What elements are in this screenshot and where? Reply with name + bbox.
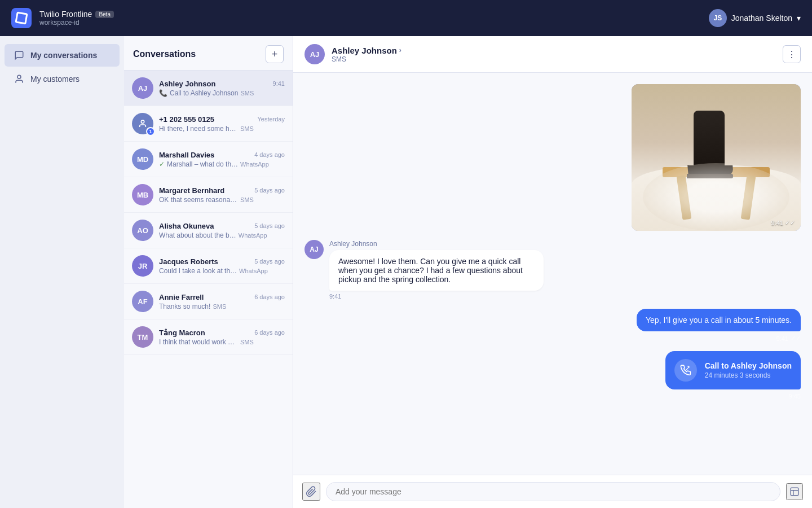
- attach-button[interactable]: [302, 483, 320, 501]
- message-bubble: Awesome! I love them. Can you give me a …: [329, 250, 544, 291]
- message-text: Awesome! I love them. Can you give me a …: [338, 257, 523, 284]
- conversation-item-annie-farrell[interactable]: AF Annie Farrell 6 days ago Thanks so mu…: [124, 284, 293, 319]
- contact-name: Ashley Johnson: [332, 46, 397, 55]
- chat-channel: SMS: [332, 55, 401, 63]
- message-time: 9:41: [329, 293, 544, 300]
- conv-info: Margaret Bernhard 5 days ago OK that see…: [159, 186, 285, 204]
- input-actions: [786, 483, 803, 500]
- sidebar-item-my-customers[interactable]: My customers: [5, 68, 120, 90]
- chat-header-info: Ashley Johnson › SMS: [332, 46, 401, 63]
- check-icon: ✓: [159, 160, 165, 168]
- conv-info: Alisha Okuneva 5 days ago What about abo…: [159, 222, 285, 239]
- avatar: MD: [132, 148, 153, 170]
- contact-name-link[interactable]: Ashley Johnson ›: [332, 46, 401, 55]
- message-outgoing-1: Yep, I'll give you a call in about 5 min…: [304, 309, 801, 342]
- brand-name: Twilio Frontline Beta: [39, 10, 114, 19]
- conversations-list: AJ Ashley Johnson 9:41 📞 Call to Ashley …: [124, 71, 293, 508]
- conversation-item-margaret-bernhard[interactable]: MB Margaret Bernhard 5 days ago OK that …: [124, 177, 293, 213]
- message-time-overlay: 9:41 ✓✓: [771, 219, 795, 226]
- call-info: Call to Ashley Johnson 24 minutes 3 seco…: [705, 361, 792, 379]
- conversations-header: Conversations +: [124, 36, 293, 71]
- chevron-down-icon: ▾: [797, 14, 801, 23]
- navbar: Twilio Frontline Beta workspace-id JS Jo…: [0, 0, 812, 36]
- phone-icon: 📞: [159, 89, 167, 97]
- workspace-label: workspace-id: [39, 19, 114, 27]
- avatar: MB: [132, 184, 153, 205]
- message-time: 9:45: [789, 393, 801, 400]
- beta-badge: Beta: [95, 11, 114, 18]
- template-button[interactable]: [786, 483, 803, 500]
- message-text: Yep, I'll give you a call in about 5 min…: [646, 316, 792, 325]
- msg-time-text: 9:41: [329, 293, 341, 300]
- conversations-panel: Conversations + AJ Ashley Johnson 9:41 📞…: [124, 36, 293, 508]
- conv-info: Annie Farrell 6 days ago Thanks so much!…: [159, 293, 285, 310]
- message-time: 9:41 ✓✓: [776, 335, 801, 342]
- conv-preview: Thanks so much!: [159, 303, 210, 310]
- conv-time: 6 days ago: [254, 294, 285, 300]
- conv-time: 9:41: [273, 80, 285, 87]
- message-incoming-1: AJ Ashley Johnson Awesome! I love them. …: [304, 240, 801, 300]
- sidebar-item-label: My customers: [30, 75, 80, 84]
- messages-area: 9:41 ✓✓ AJ Ashley Johnson Awesome! I lov…: [293, 73, 812, 475]
- main-layout: My conversations My customers Conversati…: [0, 36, 812, 508]
- contact-avatar: AJ: [304, 44, 325, 64]
- conv-time: Yesterday: [257, 116, 285, 122]
- svg-point-1: [141, 120, 144, 123]
- conv-channel: WhatsApp: [240, 161, 269, 168]
- conv-name: Ashley Johnson: [159, 80, 215, 88]
- check-icon: ✓✓: [791, 335, 801, 342]
- check-icon: ✓✓: [785, 219, 795, 226]
- conversations-title: Conversations: [133, 49, 196, 59]
- sidebar-item-my-conversations[interactable]: My conversations: [5, 44, 120, 67]
- avatar: AF: [132, 291, 153, 312]
- person-icon: [14, 73, 25, 85]
- svg-rect-2: [791, 488, 798, 496]
- conversation-item-marshall-davies[interactable]: MD Marshall Davies 4 days ago ✓ Marshall…: [124, 142, 293, 177]
- conv-time: 5 days ago: [254, 187, 285, 194]
- navbar-left: Twilio Frontline Beta workspace-id: [11, 8, 114, 28]
- call-bubble: Call to Ashley Johnson 24 minutes 3 seco…: [665, 351, 801, 389]
- more-options-button[interactable]: ⋮: [783, 45, 801, 63]
- conversation-item-unknown[interactable]: 1 +1 202 555 0125 Yesterday Hi there, I …: [124, 106, 293, 142]
- conversation-item-ashley-johnson[interactable]: AJ Ashley Johnson 9:41 📞 Call to Ashley …: [124, 71, 293, 106]
- call-duration: 24 minutes 3 seconds: [705, 371, 792, 379]
- conversation-item-jacques-roberts[interactable]: JR Jacques Roberts 5 days ago Could I ta…: [124, 248, 293, 284]
- conv-name: Margaret Bernhard: [159, 186, 224, 195]
- conv-preview: Call to Ashley Johnson: [170, 89, 238, 97]
- message-input[interactable]: [326, 482, 780, 501]
- message-call: Call to Ashley Johnson 24 minutes 3 seco…: [304, 351, 801, 400]
- message-input-area: [293, 475, 812, 508]
- conv-preview: Hi there, I need some help wit…: [159, 125, 238, 133]
- conv-channel: SMS: [240, 339, 254, 345]
- unread-badge: 1: [146, 127, 155, 136]
- conv-name: Tảng Macron: [159, 329, 205, 337]
- conv-time: 5 days ago: [254, 222, 285, 229]
- chat-icon: [14, 50, 25, 61]
- msg-time-text: 9:41: [776, 335, 788, 342]
- add-conversation-button[interactable]: +: [266, 45, 284, 63]
- chat-header-left: AJ Ashley Johnson › SMS: [304, 44, 401, 64]
- user-menu[interactable]: JS Jonathan Skelton ▾: [709, 9, 801, 27]
- logo-icon: [15, 11, 28, 24]
- avatar: JR: [132, 255, 153, 277]
- conversation-item-tang-macron[interactable]: TM Tảng Macron 6 days ago I think that w…: [124, 319, 293, 355]
- sender-name: Ashley Johnson: [329, 240, 544, 248]
- conv-time: 6 days ago: [254, 329, 285, 336]
- conversation-item-alisha-okuneva[interactable]: AO Alisha Okuneva 5 days ago What about …: [124, 213, 293, 248]
- message-bubble: Yep, I'll give you a call in about 5 min…: [637, 309, 801, 331]
- chat-header: AJ Ashley Johnson › SMS ⋮: [293, 36, 812, 73]
- conv-name: Marshall Davies: [159, 151, 214, 159]
- sidebar: My conversations My customers: [0, 36, 124, 508]
- svg-point-0: [17, 75, 21, 78]
- conv-preview: I think that would work best. If…: [159, 338, 238, 346]
- boot-scene: [632, 84, 801, 231]
- conv-preview: OK that seems reasonable to …: [159, 196, 238, 204]
- chevron-right-icon: ›: [399, 46, 401, 54]
- avatar: 1: [132, 113, 153, 134]
- conv-info: +1 202 555 0125 Yesterday Hi there, I ne…: [159, 115, 285, 133]
- avatar: AO: [132, 220, 153, 241]
- user-name: Jonathan Skelton: [731, 14, 792, 23]
- conv-time: 5 days ago: [254, 258, 285, 265]
- avatar: TM: [132, 326, 153, 348]
- conv-name: Annie Farrell: [159, 293, 204, 301]
